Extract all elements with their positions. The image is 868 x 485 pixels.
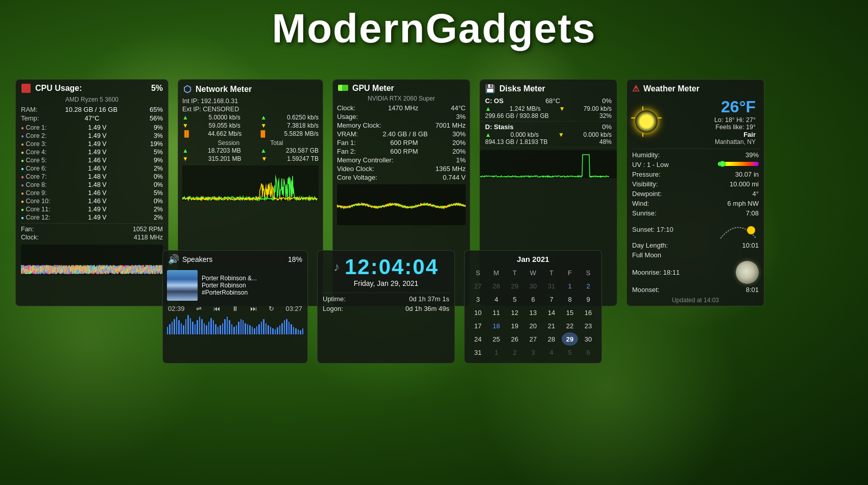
up-arrow-1: ▲ [182, 114, 188, 121]
vis-bar [295, 328, 296, 334]
cpu-icon [21, 84, 31, 92]
speaker-icon: 🔊 [168, 254, 179, 265]
vis-bar [190, 318, 191, 334]
album-art [167, 270, 198, 301]
weather-moonset-label: Moonset: [632, 286, 659, 294]
track-info: Porter Robinson &... Porter Robinson #Po… [202, 275, 303, 296]
cpu-ram-value: 10.28 GB / 16 GB [65, 106, 117, 113]
weather-moonrise-label: Moonrise: [632, 269, 661, 276]
music-note-icon: ♪ [333, 260, 340, 274]
cpu-clock-row: Clock: 4118 MHz [21, 233, 163, 241]
track-artist: Porter Robinson [202, 282, 303, 289]
cpu-core-11: ● Core 11: 1.49 V 2% [21, 205, 163, 213]
pause-btn[interactable]: ⏸ [232, 305, 238, 312]
down-arrow-1: ▼ [182, 122, 188, 129]
gpu-fan1-row: Fan 1: 600 RPM 20% [337, 138, 466, 147]
network-total-up: 230.587 GB [286, 147, 319, 154]
vis-bar [266, 323, 267, 334]
weather-pressure: Pressure: 30.07 in [627, 169, 764, 179]
cpu-core-9: ● Core 9: 1.46 V 5% [21, 189, 163, 197]
weather-pressure-label: Pressure: [632, 171, 661, 178]
core-label-5: ● Core 5: [21, 157, 54, 164]
vis-bar [261, 322, 262, 334]
vis-bar [300, 330, 301, 334]
next-btn[interactable]: ⏭ [250, 305, 257, 312]
gpu-clock-value: 1470 MHz [388, 104, 418, 112]
core-label-10: ● Core 10: [21, 198, 54, 205]
core-label-3: ● Core 3: [21, 140, 54, 148]
weather-title: Weather Meter [643, 84, 700, 93]
gpu-graph [337, 184, 466, 225]
clock-icon-row: ♪ 12:04:04 [318, 251, 454, 279]
core-voltage-2: 1.49 V [88, 132, 114, 139]
core-voltage-6: 1.46 V [88, 165, 114, 172]
gpu-body: NVIDIA RTX 2060 Super Clock: 1470 MHz 44… [333, 95, 470, 231]
gpu-vram-value: 2.40 GB / 8 GB [382, 130, 427, 138]
cpu-cores: ● Core 1: 1.49 V 9% ● Core 2: 1.49 V 3% … [21, 124, 163, 222]
gpu-clock-row: Clock: 1470 MHz 44°C [337, 104, 466, 112]
cal-day-cell: 13 [525, 306, 541, 319]
shuffle-btn[interactable]: ⇌ [196, 305, 202, 312]
cal-day-cell: 27 [470, 279, 486, 293]
core-label-1: ● Core 1: [21, 124, 54, 131]
gpu-vram-pct: 30% [452, 130, 466, 138]
cpu-core-6: ● Core 6: 1.46 V 2% [21, 164, 163, 173]
network-down2: 7.3818 kb/s [287, 122, 319, 129]
app-title: ModernGadgets [0, 5, 868, 52]
weather-dewpoint: Dewpoint: 4° [627, 189, 764, 199]
network-up2: 0.6250 kb/s [287, 114, 319, 121]
core-pct-7: 0% [148, 173, 163, 180]
up-arrow-2: ▲ [260, 114, 267, 121]
clock-gadget: ♪ 12:04:04 Friday, Jan 29, 2021 Uptime: … [317, 250, 455, 363]
weather-visibility-label: Visibility: [632, 180, 658, 188]
cpu-temp-pct: 56% [145, 114, 163, 122]
vis-bar [210, 318, 211, 334]
gpu-icon [338, 84, 348, 93]
cpu-core-1: ● Core 1: 1.49 V 9% [21, 124, 163, 132]
repeat-btn[interactable]: ↻ [269, 305, 274, 312]
player-controls[interactable]: 02:39 ⇌ ⏮ ⏸ ⏭ ↻ 03:27 [163, 303, 307, 314]
core-pct-6: 2% [148, 165, 163, 172]
disk-d-up-arrow: ▲ [485, 131, 491, 138]
bar-icon-1: ▐▌ [182, 130, 191, 137]
prev-btn[interactable]: ⏮ [213, 305, 220, 312]
moon-rise-row: Moonrise: 18:11 [627, 260, 764, 285]
calendar-gadget: Jan 2021 SMTWTFS272829303112345678910111… [464, 250, 602, 363]
vis-bar [220, 325, 221, 334]
network-total-down: 1.59247 TB [287, 155, 319, 162]
cal-day-cell: 9 [580, 293, 596, 306]
track-tag: #PorterRobinson [202, 289, 303, 296]
disk-drive-d: D: Stasis 0% ▲ 0.000 kb/s ▼ 0.000 kb/s 8… [480, 122, 617, 148]
network-ext-ip: Ext IP: CENSORED [182, 105, 319, 113]
weather-daylength-label: Day Length: [632, 241, 668, 249]
gpu-clock-temp: 44°C [451, 104, 466, 112]
core-pct-3: 19% [148, 140, 163, 148]
vis-bar [197, 320, 198, 334]
net-up-icon-2: ▲ [260, 147, 267, 154]
disk-c-down-speed: 79.00 kb/s [584, 105, 612, 112]
cpu-model: AMD Ryzen 5 3600 [21, 96, 163, 103]
vis-bar [291, 324, 292, 334]
weather-icon: ⚠ [632, 84, 639, 93]
vis-bar [286, 319, 287, 334]
core-pct-8: 0% [148, 181, 163, 188]
vis-bar [174, 319, 175, 334]
cal-day-cell: 2 [507, 346, 523, 359]
weather-gadget: ⚠ Weather Meter 26°F Lo: 18° Hi: 27° Fee… [626, 79, 764, 306]
time-current: 02:39 [168, 305, 185, 312]
cal-day-cell: 17 [470, 319, 486, 332]
cal-day-cell: 28 [543, 332, 560, 346]
network-session-label: Session [218, 139, 239, 147]
vis-bar [222, 323, 223, 334]
weather-location: Manhattan, NY [662, 138, 760, 146]
cal-day-cell: 19 [507, 319, 523, 332]
cpu-core-4: ● Core 4: 1.49 V 5% [21, 148, 163, 156]
cal-day-cell: 11 [488, 306, 504, 319]
cpu-ram-pct: 65% [145, 106, 163, 113]
disk-icon: 💾 [485, 84, 495, 93]
vis-bar [181, 323, 182, 334]
core-voltage-11: 1.49 V [88, 206, 114, 213]
cal-day-cell: 28 [488, 279, 504, 293]
disk-d-up-speed: 0.000 kb/s [511, 131, 539, 138]
cal-day-header: S [580, 266, 596, 279]
